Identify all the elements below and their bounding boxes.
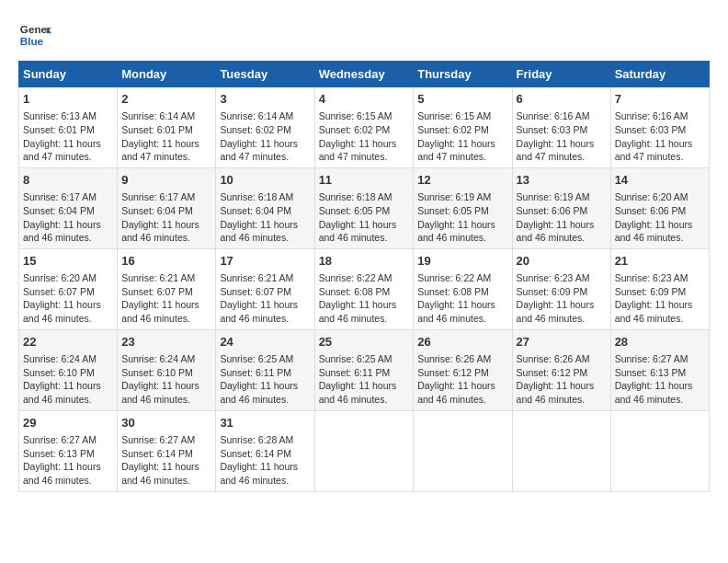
calendar-day-24: 24Sunrise: 6:25 AMSunset: 6:11 PMDayligh… [216, 329, 314, 410]
calendar-day-4: 4Sunrise: 6:15 AMSunset: 6:02 PMDaylight… [314, 87, 414, 168]
calendar-day-12: 12Sunrise: 6:19 AMSunset: 6:05 PMDayligh… [414, 167, 512, 248]
calendar-day-27: 27Sunrise: 6:26 AMSunset: 6:12 PMDayligh… [512, 329, 610, 410]
calendar-week-row: 15Sunrise: 6:20 AMSunset: 6:07 PMDayligh… [19, 248, 710, 329]
calendar-day-28: 28Sunrise: 6:27 AMSunset: 6:13 PMDayligh… [610, 329, 709, 410]
calendar-day-3: 3Sunrise: 6:14 AMSunset: 6:02 PMDaylight… [216, 87, 314, 168]
calendar-day-17: 17Sunrise: 6:21 AMSunset: 6:07 PMDayligh… [216, 248, 314, 329]
calendar-day-25: 25Sunrise: 6:25 AMSunset: 6:11 PMDayligh… [314, 329, 414, 410]
calendar-week-row: 1Sunrise: 6:13 AMSunset: 6:01 PMDaylight… [19, 87, 710, 168]
calendar-day-10: 10Sunrise: 6:18 AMSunset: 6:04 PMDayligh… [216, 167, 314, 248]
calendar-day-14: 14Sunrise: 6:20 AMSunset: 6:06 PMDayligh… [610, 167, 709, 248]
column-header-monday: Monday [118, 62, 216, 87]
calendar-day-19: 19Sunrise: 6:22 AMSunset: 6:08 PMDayligh… [414, 248, 512, 329]
calendar-day-13: 13Sunrise: 6:19 AMSunset: 6:06 PMDayligh… [512, 167, 610, 248]
calendar-header-row: SundayMondayTuesdayWednesdayThursdayFrid… [19, 62, 710, 87]
calendar-day-6: 6Sunrise: 6:16 AMSunset: 6:03 PMDaylight… [512, 87, 610, 168]
page-header: General Blue [18, 18, 710, 52]
calendar-day-26: 26Sunrise: 6:26 AMSunset: 6:12 PMDayligh… [414, 329, 512, 410]
calendar-day-7: 7Sunrise: 6:16 AMSunset: 6:03 PMDaylight… [610, 87, 709, 168]
column-header-thursday: Thursday [414, 62, 512, 87]
calendar-week-row: 22Sunrise: 6:24 AMSunset: 6:10 PMDayligh… [19, 329, 710, 410]
calendar-day-18: 18Sunrise: 6:22 AMSunset: 6:08 PMDayligh… [314, 248, 414, 329]
calendar-day-1: 1Sunrise: 6:13 AMSunset: 6:01 PMDaylight… [19, 87, 118, 168]
calendar-day-21: 21Sunrise: 6:23 AMSunset: 6:09 PMDayligh… [610, 248, 709, 329]
column-header-sunday: Sunday [19, 62, 118, 87]
calendar-week-row: 29Sunrise: 6:27 AMSunset: 6:13 PMDayligh… [19, 410, 710, 491]
calendar-day-5: 5Sunrise: 6:15 AMSunset: 6:02 PMDaylight… [414, 87, 512, 168]
calendar-day-2: 2Sunrise: 6:14 AMSunset: 6:01 PMDaylight… [118, 87, 216, 168]
calendar-day-15: 15Sunrise: 6:20 AMSunset: 6:07 PMDayligh… [19, 248, 118, 329]
logo-icon: General Blue [18, 18, 51, 52]
calendar-day-20: 20Sunrise: 6:23 AMSunset: 6:09 PMDayligh… [512, 248, 610, 329]
calendar-table: SundayMondayTuesdayWednesdayThursdayFrid… [18, 61, 710, 492]
empty-cell [414, 410, 512, 491]
calendar-day-31: 31Sunrise: 6:28 AMSunset: 6:14 PMDayligh… [216, 410, 314, 491]
column-header-saturday: Saturday [610, 62, 709, 87]
calendar-day-22: 22Sunrise: 6:24 AMSunset: 6:10 PMDayligh… [19, 329, 118, 410]
column-header-tuesday: Tuesday [216, 62, 314, 87]
calendar-day-8: 8Sunrise: 6:17 AMSunset: 6:04 PMDaylight… [19, 167, 118, 248]
calendar-week-row: 8Sunrise: 6:17 AMSunset: 6:04 PMDaylight… [19, 167, 710, 248]
calendar-day-29: 29Sunrise: 6:27 AMSunset: 6:13 PMDayligh… [19, 410, 118, 491]
column-header-wednesday: Wednesday [314, 62, 414, 87]
logo: General Blue [18, 18, 29, 52]
calendar-day-9: 9Sunrise: 6:17 AMSunset: 6:04 PMDaylight… [118, 167, 216, 248]
calendar-day-30: 30Sunrise: 6:27 AMSunset: 6:14 PMDayligh… [118, 410, 216, 491]
svg-text:Blue: Blue [20, 35, 44, 47]
calendar-day-11: 11Sunrise: 6:18 AMSunset: 6:05 PMDayligh… [314, 167, 414, 248]
empty-cell [610, 410, 709, 491]
column-header-friday: Friday [512, 62, 610, 87]
empty-cell [512, 410, 610, 491]
empty-cell [314, 410, 414, 491]
calendar-day-23: 23Sunrise: 6:24 AMSunset: 6:10 PMDayligh… [118, 329, 216, 410]
calendar-day-16: 16Sunrise: 6:21 AMSunset: 6:07 PMDayligh… [118, 248, 216, 329]
